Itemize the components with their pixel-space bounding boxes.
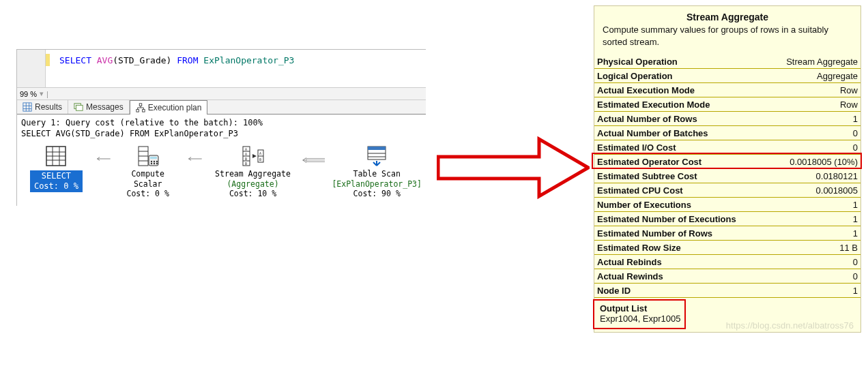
op-compute-scalar[interactable]: Compute Scalar Cost: 0 % [119,144,176,198]
tooltip-prop-row: Estimated I/O Cost0 [594,140,860,155]
tooltip-prop-value: 0 [768,255,860,269]
op-select-label: SELECT [34,171,78,181]
kw-avg: AVG [97,55,113,65]
svg-marker-36 [252,154,257,158]
tooltip-prop-key: Physical Operation [594,55,768,69]
tooltip-prop-key: Estimated Operator Cost [594,155,768,169]
watermark-text: https://blog.csdn.net/albatross76 [726,320,854,331]
sql-editor[interactable]: SELECT AVG(STD_Grade) FROM ExPlanOperato… [17,50,426,87]
tooltip-prop-key: Actual Number of Rows [594,112,768,126]
tooltip-prop-row: Estimated Execution ModeRow [594,97,860,112]
sql-code[interactable]: SELECT AVG(STD_Grade) FROM ExPlanOperato… [17,55,426,65]
tooltip-prop-value: 0 [768,126,860,140]
tooltip-prop-value: 0.0018005 [768,183,860,198]
annotation-arrow [437,134,590,202]
svg-text:B: B [245,157,247,161]
tab-results-label: Results [35,102,62,112]
execution-plan-pane: Query 1: Query cost (relative to the bat… [17,115,426,206]
tooltip-prop-value: 0.0018005 (10%) [768,155,860,169]
svg-rect-43 [368,147,386,150]
svg-rect-8 [136,110,139,112]
sql-col: (STD_Grade) [113,55,171,65]
tooltip-prop-key: Estimated Subtree Cost [594,169,768,183]
svg-rect-6 [76,105,83,110]
zoom-value[interactable]: 99 % [20,90,37,98]
tooltip-prop-value: 0.0180121 [768,169,860,183]
tooltip-prop-row: Estimated Row Size11 B [594,241,860,255]
tooltip-prop-value: 1 [768,284,860,298]
tooltip-prop-row: Estimated Number of Rows1 [594,226,860,241]
tab-messages-label: Messages [86,102,124,112]
plan-header-text: Query 1: Query cost (relative to the bat… [21,117,422,139]
tooltip-prop-key: Node ID [594,284,768,298]
tooltip-prop-value: Row [768,83,860,97]
tab-execution-plan[interactable]: Execution plan [130,100,208,115]
op-scan-label2: [ExPlanOperator_P3] [332,179,422,189]
op-select-cost: Cost: 0 % [34,181,78,192]
tooltip-desc: Compute summary values for groups of row… [594,24,860,55]
ssms-panel: SELECT AVG(STD_Grade) FROM ExPlanOperato… [16,49,426,206]
tooltip-prop-key: Logical Operation [594,69,768,83]
tooltip-prop-value: Aggregate [768,69,860,83]
stream-aggregate-icon: AABBAB [242,144,265,168]
tooltip-prop-key: Estimated I/O Cost [594,140,768,155]
tooltip-prop-value: Stream Aggregate [768,55,860,69]
svg-point-27 [156,163,157,164]
svg-rect-0 [23,103,31,111]
svg-rect-41 [306,159,326,162]
svg-point-23 [153,161,154,162]
op-stream-label2: (Aggregate) [211,179,294,189]
op-stream-aggregate[interactable]: AABBAB Stream Aggregate (Aggregate) Cost… [211,144,294,198]
tab-results[interactable]: Results [17,100,68,114]
tooltip-prop-row: Actual Number of Batches0 [594,126,860,140]
svg-text:A: A [245,147,247,151]
tooltip-prop-row: Actual Rewinds0 [594,269,860,284]
grid-icon [23,102,32,112]
tooltip-prop-row: Node ID1 [594,284,860,298]
select-op-icon [44,144,68,168]
tab-messages[interactable]: Messages [68,100,130,114]
tooltip-prop-value: Row [768,97,860,112]
editor-gutter [17,50,46,87]
tooltip-prop-key: Actual Rewinds [594,269,768,284]
tooltip-prop-row: Actual Number of Rows1 [594,112,860,126]
svg-rect-9 [142,110,145,112]
tooltip-prop-value: 0 [768,140,860,155]
flow-arrow-3 [302,157,326,164]
flow-arrow-1 [91,157,113,161]
compute-scalar-icon [136,144,160,168]
svg-point-24 [156,161,157,162]
tooltip-prop-row: Actual Rebinds0 [594,255,860,269]
plan-icon [136,103,145,112]
op-select[interactable]: SELECT Cost: 0 % [28,144,85,192]
tooltip-prop-value: 0 [768,269,860,284]
tooltip-prop-row: Physical OperationStream Aggregate [594,55,860,69]
op-stream-label: Stream Aggregate [211,169,294,179]
tooltip-prop-key: Actual Number of Batches [594,126,768,140]
tooltip-prop-value: 1 [768,198,860,212]
svg-point-25 [150,163,151,164]
op-compute-cost: Cost: 0 % [119,189,176,198]
tooltip-prop-value: 1 [768,212,860,226]
op-stream-cost: Cost: 10 % [211,189,294,198]
kw-select: SELECT [59,55,91,65]
tooltip-prop-row: Estimated Number of Executions1 [594,212,860,226]
tooltip-prop-value: 11 B [768,241,860,255]
operator-tooltip: Stream Aggregate Compute summary values … [594,5,861,333]
tooltip-prop-key: Estimated Number of Executions [594,212,768,226]
editor-change-marker [46,54,50,66]
tooltip-prop-key: Estimated Number of Rows [594,226,768,241]
svg-text:B: B [245,162,247,166]
tooltip-prop-key: Estimated CPU Cost [594,183,768,198]
op-table-scan[interactable]: Table Scan [ExPlanOperator_P3] Cost: 90 … [332,144,422,198]
tooltip-prop-row: Actual Execution ModeRow [594,83,860,97]
messages-icon [74,102,83,112]
svg-text:A: A [259,151,261,155]
flow-arrow-2 [183,157,204,161]
tooltip-properties-table: Physical OperationStream AggregateLogica… [594,55,860,298]
tooltip-prop-row: Estimated CPU Cost0.0018005 [594,183,860,198]
svg-rect-21 [150,157,157,159]
op-scan-cost: Cost: 90 % [332,189,422,198]
table-scan-icon [365,144,388,168]
zoom-dropdown-icon[interactable]: ▾ [40,89,44,98]
